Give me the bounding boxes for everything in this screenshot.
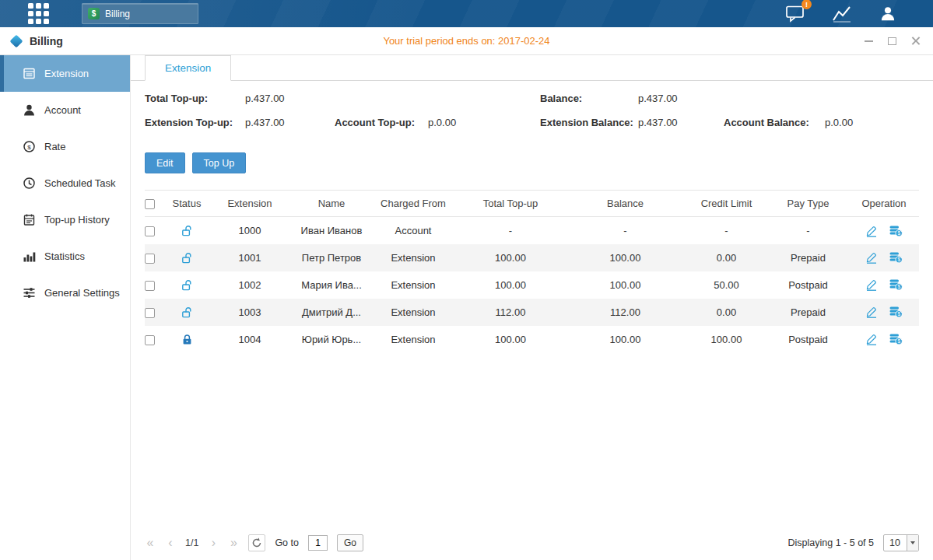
top-up-coins-icon[interactable]: $: [889, 251, 903, 264]
extension-topup-value: p.437.00: [245, 117, 285, 128]
top-up-coins-icon[interactable]: $: [889, 278, 903, 291]
row-checkbox[interactable]: [145, 335, 155, 345]
sidebar-item-account[interactable]: Account: [0, 92, 130, 128]
page-size-value: 10: [884, 537, 907, 548]
cell-credit-limit: 0.00: [686, 244, 767, 271]
refresh-icon: [251, 537, 262, 548]
header-status: Status: [167, 191, 207, 217]
last-page-button[interactable]: »: [228, 537, 239, 549]
sidebar-item-statistics[interactable]: Statistics: [0, 238, 130, 275]
svg-text:$: $: [27, 144, 31, 151]
minimize-button[interactable]: [864, 36, 874, 46]
account-topup-label: Account Top-up:: [335, 117, 415, 128]
table-row: 1002Мария Ива...Extension100.00100.0050.…: [145, 271, 919, 299]
row-checkbox[interactable]: [145, 308, 155, 318]
cell-charged-from: Extension: [370, 244, 456, 271]
total-topup-value: p.437.00: [245, 93, 285, 104]
header-charged-from: Charged From: [370, 191, 456, 217]
row-checkbox[interactable]: [145, 254, 155, 264]
total-topup-label: Total Top-up:: [145, 93, 208, 104]
action-buttons: Edit Top Up: [145, 152, 933, 173]
edit-pencil-icon[interactable]: [865, 333, 878, 345]
account-topup-value: p.0.00: [428, 117, 456, 128]
cell-balance: 112.00: [565, 299, 686, 326]
table-row: 1003Дмитрий Д...Extension112.00112.000.0…: [145, 299, 919, 326]
edit-pencil-icon[interactable]: [865, 306, 878, 318]
sidebar-item-extension[interactable]: Extension: [0, 55, 130, 92]
unlocked-padlock-icon: [181, 278, 193, 290]
sidebar-item-label: Statistics: [44, 250, 85, 262]
row-checkbox[interactable]: [145, 281, 155, 291]
billing-dollar-icon: $: [88, 8, 100, 19]
cell-extension: 1002: [207, 271, 293, 299]
cell-balance: 100.00: [565, 271, 686, 299]
tab-extension[interactable]: Extension: [145, 55, 231, 81]
sidebar-item-general-settings[interactable]: General Settings: [0, 275, 130, 311]
cell-extension: 1001: [207, 244, 293, 271]
cell-extension: 1000: [207, 217, 293, 244]
extension-table: Status Extension Name Charged From Total…: [145, 190, 919, 353]
cell-charged-from: Account: [370, 217, 456, 244]
edit-pencil-icon[interactable]: [865, 225, 878, 237]
cell-credit-limit: 0.00: [686, 299, 767, 326]
notification-badge: !: [801, 0, 812, 9]
svg-text:$: $: [897, 230, 900, 236]
cell-charged-from: Extension: [370, 299, 456, 326]
top-up-coins-icon[interactable]: $: [889, 306, 903, 318]
header-total-topup: Total Top-up: [456, 191, 565, 217]
taskbar-tab-billing[interactable]: $ Billing: [82, 3, 198, 24]
cell-pay-type: Postpaid: [767, 271, 849, 299]
refresh-button[interactable]: [248, 534, 265, 551]
cell-pay-type: Postpaid: [767, 326, 849, 353]
cell-total-topup: -: [456, 217, 565, 244]
topbar-right: !: [785, 5, 897, 23]
row-checkbox[interactable]: [145, 226, 155, 236]
apps-grid-icon[interactable]: [28, 3, 49, 24]
next-page-button[interactable]: ›: [208, 537, 219, 549]
sidebar-item-label: Rate: [44, 141, 65, 152]
first-page-button[interactable]: «: [145, 537, 156, 549]
chart-icon[interactable]: [832, 5, 852, 23]
cell-extension: 1004: [207, 326, 293, 353]
balance-value: p.437.00: [638, 93, 678, 104]
extension-topup-label: Extension Top-up:: [145, 117, 233, 128]
unlocked-padlock-icon: [181, 224, 193, 236]
sidebar-item-label: General Settings: [44, 287, 120, 299]
close-button[interactable]: [910, 36, 921, 46]
edit-pencil-icon[interactable]: [865, 251, 878, 264]
window-controls: [864, 36, 921, 46]
window-title: Billing: [30, 35, 63, 47]
sidebar-item-rate[interactable]: $ Rate: [0, 128, 130, 165]
edit-pencil-icon[interactable]: [865, 278, 878, 291]
table-row: 1004Юрий Юрь...Extension100.00100.00100.…: [145, 326, 919, 353]
clock-icon: [23, 177, 36, 190]
cell-name: Петр Петров: [293, 244, 370, 271]
bar-chart-icon: [23, 250, 36, 263]
table-header-row: Status Extension Name Charged From Total…: [145, 191, 919, 217]
go-button[interactable]: Go: [337, 534, 363, 551]
tab-label: Extension: [165, 62, 211, 74]
cell-balance: -: [565, 217, 686, 244]
edit-button[interactable]: Edit: [145, 152, 185, 173]
top-up-coins-icon[interactable]: $: [889, 225, 903, 237]
cell-credit-limit: 50.00: [686, 271, 767, 299]
sidebar-item-scheduled-task[interactable]: Scheduled Task: [0, 165, 130, 201]
prev-page-button[interactable]: ‹: [165, 537, 176, 549]
goto-page-input[interactable]: [308, 535, 328, 551]
top-up-button[interactable]: Top Up: [192, 152, 247, 173]
user-icon[interactable]: [879, 5, 897, 23]
cell-balance: 100.00: [565, 244, 686, 271]
maximize-button[interactable]: [887, 36, 897, 46]
cell-pay-type: Prepaid: [767, 244, 849, 271]
top-up-coins-icon[interactable]: $: [889, 333, 903, 345]
header-balance: Balance: [565, 191, 686, 217]
select-all-checkbox[interactable]: [145, 199, 155, 209]
table-row: 1000Иван ИвановAccount----$: [145, 217, 919, 244]
sidebar-item-topup-history[interactable]: Top-up History: [0, 201, 130, 238]
svg-text:$: $: [897, 338, 900, 344]
locked-padlock-icon: [181, 333, 193, 345]
page-size-select[interactable]: 10: [883, 534, 919, 551]
messages-icon[interactable]: !: [785, 5, 805, 23]
sidebar-item-label: Scheduled Task: [44, 177, 116, 189]
screen: $ Billing ! Billing Your trial period en…: [0, 0, 933, 560]
